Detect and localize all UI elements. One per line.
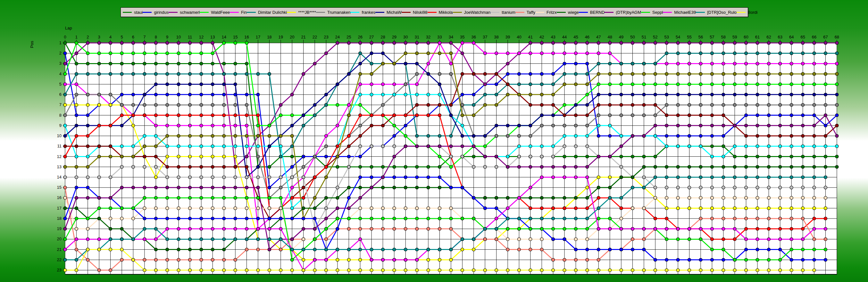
data-point — [97, 93, 101, 96]
data-point — [188, 227, 192, 230]
data-point — [393, 186, 396, 189]
data-point — [563, 207, 566, 210]
data-point — [767, 93, 770, 96]
data-point — [222, 269, 226, 272]
data-point — [676, 165, 680, 168]
data-point — [268, 196, 271, 199]
data-point — [699, 93, 702, 96]
data-point — [812, 93, 816, 96]
data-point — [801, 155, 805, 158]
data-point — [506, 248, 509, 251]
data-point — [222, 186, 226, 189]
data-point — [608, 176, 612, 179]
data-point — [835, 93, 838, 96]
data-point — [166, 93, 169, 96]
data-point — [790, 41, 793, 44]
data-point — [132, 238, 135, 241]
data-point — [552, 227, 555, 230]
data-point — [620, 103, 623, 106]
data-point — [745, 124, 748, 127]
data-point — [767, 196, 770, 199]
data-point — [427, 52, 430, 55]
data-point — [75, 93, 78, 96]
data-point — [97, 238, 101, 241]
data-point — [154, 238, 157, 241]
lap-tick-label: 45 — [574, 35, 578, 39]
lap-tick-label: 8 — [155, 35, 157, 39]
data-point — [234, 124, 237, 127]
data-point — [552, 72, 555, 75]
data-point — [222, 196, 226, 199]
data-point — [676, 72, 680, 75]
data-point — [722, 103, 725, 106]
data-point — [234, 238, 237, 241]
data-point — [75, 155, 78, 158]
data-point — [200, 41, 203, 44]
data-point — [779, 196, 782, 199]
data-point — [63, 62, 67, 65]
data-point — [835, 145, 838, 148]
data-point — [75, 124, 78, 127]
data-point — [540, 176, 543, 179]
data-point — [211, 217, 214, 220]
data-point — [790, 207, 793, 210]
data-point — [279, 196, 282, 199]
data-point — [506, 217, 509, 220]
data-point — [211, 258, 214, 261]
data-point — [801, 114, 805, 117]
data-point — [120, 186, 123, 189]
data-point — [63, 165, 67, 168]
data-point — [450, 52, 453, 55]
data-point — [256, 134, 260, 137]
pos-tick-label: 6 — [59, 92, 62, 97]
data-point — [835, 62, 838, 65]
data-point — [710, 238, 713, 241]
data-point — [132, 93, 135, 96]
data-point — [200, 207, 203, 210]
data-point — [336, 207, 339, 210]
data-point — [290, 114, 293, 117]
data-point — [177, 165, 180, 168]
data-point — [733, 217, 736, 220]
data-point — [404, 207, 407, 210]
data-point — [631, 83, 634, 86]
data-point — [710, 114, 713, 117]
data-point — [790, 165, 793, 168]
data-point — [608, 155, 612, 158]
data-point — [154, 155, 157, 158]
data-point — [268, 269, 271, 272]
data-point — [427, 227, 430, 230]
data-point — [801, 248, 805, 251]
data-point — [835, 134, 838, 137]
data-point — [97, 52, 101, 55]
data-point — [699, 207, 702, 210]
data-point — [268, 176, 271, 179]
data-point — [745, 41, 748, 44]
data-point — [188, 176, 192, 179]
data-point — [63, 52, 67, 55]
data-point — [756, 52, 759, 55]
data-point — [393, 155, 396, 158]
data-point — [381, 258, 385, 261]
data-point — [256, 124, 260, 127]
data-point — [540, 217, 543, 220]
data-point — [710, 62, 713, 65]
lap-tick-label: 25 — [346, 35, 351, 39]
data-point — [324, 196, 328, 199]
data-point — [495, 52, 498, 55]
data-point — [495, 103, 498, 106]
data-point — [290, 186, 293, 189]
data-point — [143, 165, 146, 168]
data-point — [745, 52, 748, 55]
data-point — [676, 103, 680, 106]
data-point — [166, 217, 169, 220]
data-point — [132, 103, 135, 106]
data-point — [245, 145, 248, 148]
data-point — [63, 258, 67, 261]
data-point — [143, 52, 146, 55]
data-point — [370, 217, 373, 220]
lap-tick-label: 54 — [676, 35, 680, 39]
pos-tick-label: 13 — [57, 164, 62, 169]
data-point — [177, 248, 180, 251]
lap-tick-label: 43 — [551, 35, 555, 39]
